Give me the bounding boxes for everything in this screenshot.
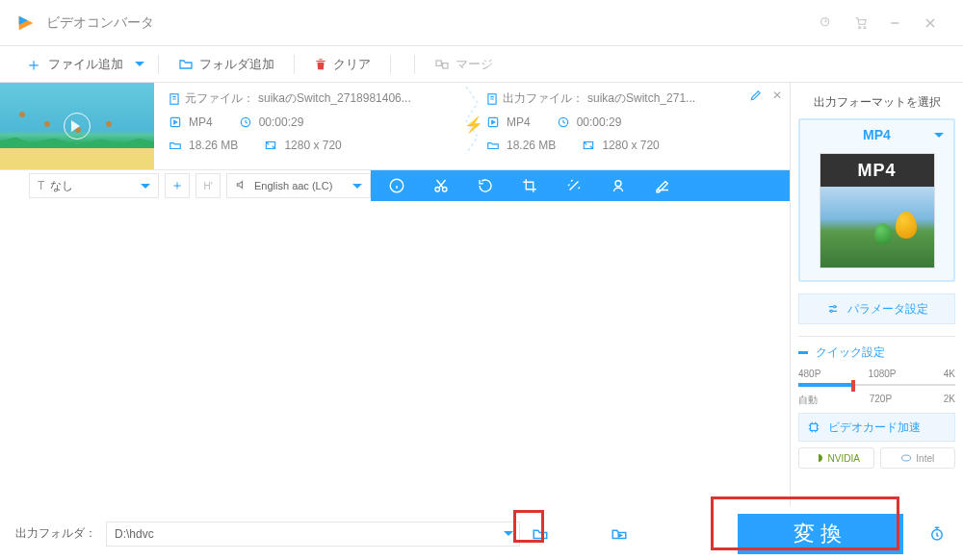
effect-icon[interactable] — [563, 175, 585, 196]
resolution-icon — [581, 138, 596, 153]
bolt-icon: ⚡ — [464, 115, 483, 134]
clear-label: クリア — [333, 56, 371, 73]
merge-button: マージ — [429, 56, 499, 73]
output-format: MP4 — [507, 115, 531, 129]
format-dropdown-icon[interactable] — [934, 133, 944, 142]
size-icon — [485, 138, 501, 153]
merge-label: マージ — [455, 56, 493, 73]
add-folder-label: フォルダ追加 — [199, 56, 274, 73]
source-resolution: 1280 x 720 — [284, 139, 341, 152]
bottom-bar: 出力フォルダ： D:\hdvc 変換 — [0, 506, 963, 560]
plus-icon: ＋ — [25, 53, 42, 76]
convert-button[interactable]: 変換 — [738, 514, 903, 554]
rotate-icon[interactable] — [475, 175, 496, 196]
format-preview-icon: MP4 — [820, 153, 935, 268]
cart-icon[interactable] — [844, 0, 878, 46]
sliders-icon — [826, 302, 840, 316]
slider-handle[interactable] — [851, 380, 855, 392]
folder-icon — [178, 57, 194, 72]
quick-label: クイック設定 — [816, 344, 885, 361]
output-size: 18.26 MB — [507, 139, 556, 152]
chevron-down-icon — [141, 184, 150, 193]
svg-rect-3 — [891, 22, 898, 23]
tick: 480P — [798, 369, 820, 379]
open-output-folder-icon[interactable] — [609, 523, 630, 545]
subtitle-type-icon: T — [38, 179, 44, 192]
output-resolution: 1280 x 720 — [602, 139, 659, 152]
nvidia-label: NVIDIA — [828, 453, 860, 464]
svg-point-18 — [833, 306, 835, 308]
schedule-icon[interactable] — [926, 523, 948, 545]
add-folder-button[interactable]: フォルダ追加 — [172, 56, 280, 73]
speaker-icon — [235, 178, 248, 194]
audio-select[interactable]: English aac (LC) — [226, 173, 371, 198]
clock-icon — [556, 115, 571, 130]
parameter-settings-button[interactable]: パラメータ設定 — [798, 293, 955, 324]
add-file-button[interactable]: ＋ ファイル追加 — [19, 53, 129, 76]
nvidia-icon — [813, 452, 824, 464]
format-card[interactable]: MP4 MP4 — [798, 118, 955, 282]
source-prefix: 元ファイル： — [185, 90, 254, 107]
svg-rect-20 — [811, 424, 818, 431]
tick: 自動 — [798, 394, 818, 407]
intel-chip[interactable]: Intel — [880, 447, 956, 469]
param-label: パラメータ設定 — [847, 301, 928, 318]
info-icon[interactable] — [386, 175, 407, 196]
remove-item-icon[interactable]: ✕ — [772, 89, 782, 105]
subtitle-value: なし — [50, 178, 73, 194]
source-format: MP4 — [189, 115, 213, 129]
output-path-value: D:\hdvc — [115, 527, 154, 541]
add-file-dropdown-icon[interactable] — [135, 62, 144, 71]
add-file-label: ファイル追加 — [48, 56, 123, 73]
nvidia-chip[interactable]: NVIDIA — [798, 447, 874, 469]
hardware-button[interactable]: H' — [195, 173, 221, 198]
crop-icon[interactable] — [519, 175, 540, 196]
app-logo-icon — [15, 13, 37, 34]
svg-point-19 — [830, 310, 832, 312]
svg-point-17 — [615, 181, 621, 187]
resolution-slider[interactable]: 480P 1080P 4K 自動 720P 2K — [798, 369, 955, 407]
source-filename: suikaのSwitch_2718981406... — [258, 90, 411, 107]
output-filename: suikaのSwitch_271... — [587, 90, 695, 107]
subtitle-select[interactable]: T なし — [29, 173, 159, 198]
audio-value: English aac (LC) — [254, 180, 332, 191]
item-controls: T なし ＋ H' English aac (LC) — [0, 170, 790, 201]
output-path-input[interactable]: D:\hdvc — [106, 522, 520, 547]
browse-folder-icon[interactable] — [530, 523, 551, 545]
play-icon[interactable] — [64, 113, 91, 140]
main-toolbar: ＋ ファイル追加 フォルダ追加 クリア マージ — [0, 46, 963, 83]
output-panel: 出力フォーマットを選択 MP4 MP4 パラメータ設定 クイック設定 480P — [790, 83, 963, 506]
close-icon[interactable] — [913, 0, 948, 46]
video-thumbnail[interactable] — [0, 83, 154, 169]
add-subtitle-button[interactable]: ＋ — [165, 173, 190, 198]
edit-toolbar — [371, 170, 790, 201]
edit-output-icon[interactable] — [749, 89, 763, 105]
svg-rect-5 — [443, 63, 448, 67]
tick: 1080P — [869, 369, 897, 379]
gpu-accel-button[interactable]: ビデオカード加速 — [798, 413, 955, 442]
format-icon — [485, 115, 501, 130]
file-item[interactable]: 元ファイル： suikaのSwitch_2718981406... MP4 00… — [0, 83, 790, 170]
svg-point-1 — [859, 26, 861, 28]
intel-icon — [900, 452, 912, 464]
cut-icon[interactable] — [430, 175, 452, 196]
output-prefix: 出力ファイル： — [503, 90, 584, 107]
source-size: 18.26 MB — [189, 139, 238, 152]
source-info: 元ファイル： suikaのSwitch_2718981406... MP4 00… — [154, 83, 472, 169]
help-icon[interactable] — [809, 0, 844, 46]
tick: 4K — [944, 369, 955, 379]
subtitle-edit-icon[interactable] — [652, 175, 673, 196]
watermark-icon[interactable] — [608, 175, 629, 196]
format-icon — [168, 115, 183, 130]
svg-point-21 — [902, 455, 911, 461]
chevron-down-icon — [352, 184, 362, 193]
output-info: 出力ファイル： suikaのSwitch_271... MP4 00:00:29… — [472, 83, 790, 169]
clear-button[interactable]: クリア — [308, 56, 377, 73]
size-icon — [168, 138, 183, 153]
minimize-icon[interactable] — [878, 0, 913, 46]
format-badge: MP4 — [820, 154, 934, 187]
tick: 2K — [944, 394, 955, 407]
svg-point-2 — [864, 26, 866, 28]
output-duration: 00:00:29 — [577, 115, 622, 129]
path-dropdown-icon[interactable] — [496, 522, 519, 546]
